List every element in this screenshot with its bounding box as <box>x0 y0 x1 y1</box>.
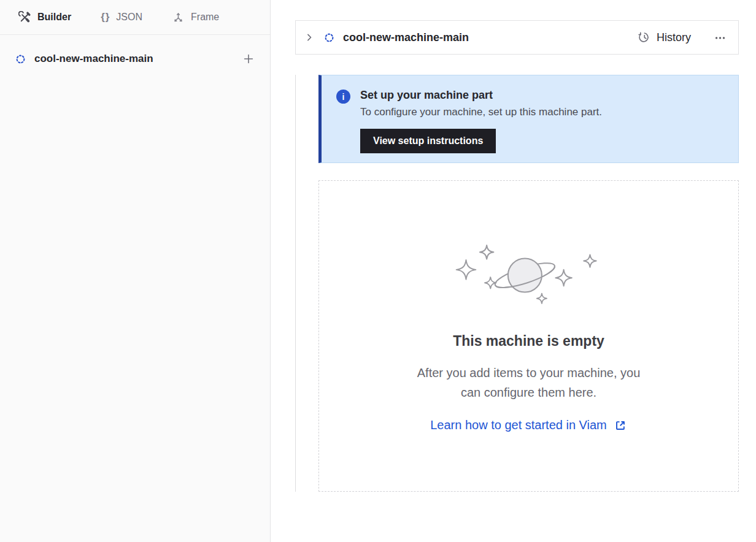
tab-frame[interactable]: Frame <box>172 11 219 24</box>
view-setup-instructions-button[interactable]: View setup instructions <box>360 129 496 153</box>
planet-sparkles-illustration <box>453 242 604 305</box>
tab-label: JSON <box>116 12 142 23</box>
banner-title: Set up your machine part <box>360 89 602 102</box>
learn-link[interactable]: Learn how to get started in Viam <box>430 418 627 432</box>
part-header-card: cool-new-machine-main History <box>295 20 739 55</box>
tab-builder[interactable]: Builder <box>18 11 71 24</box>
empty-state-description: After you add items to your machine, you… <box>407 363 650 402</box>
empty-state-title: This machine is empty <box>453 333 604 349</box>
banner-content: Set up your machine part To configure yo… <box>360 89 602 153</box>
tab-json[interactable]: {} JSON <box>101 11 142 23</box>
machine-part-row[interactable]: cool-new-machine-main <box>0 52 270 66</box>
add-item-button[interactable] <box>242 52 255 66</box>
plus-icon <box>242 52 255 66</box>
tab-label: Builder <box>37 12 71 23</box>
dashed-circle-icon <box>15 53 26 65</box>
dashed-circle-icon <box>323 32 335 44</box>
ellipsis-icon <box>714 31 727 44</box>
part-menu-button[interactable] <box>714 31 727 44</box>
expand-part-button[interactable] <box>303 31 315 44</box>
setup-banner: i Set up your machine part To configure … <box>318 75 739 163</box>
history-clock-icon <box>638 31 651 44</box>
part-body: i Set up your machine part To configure … <box>295 75 739 492</box>
banner-description: To configure your machine, set up this m… <box>360 106 602 118</box>
machine-part-name: cool-new-machine-main <box>34 53 234 65</box>
view-tabbar: Builder {} JSON Frame <box>0 0 270 35</box>
part-title: cool-new-machine-main <box>343 31 630 44</box>
config-sidebar: Builder {} JSON Frame cool-new-machine-m… <box>0 0 271 542</box>
external-link-icon <box>614 419 627 432</box>
chevron-right-icon <box>303 31 315 44</box>
history-button[interactable]: History <box>638 31 691 44</box>
main-content: cool-new-machine-main History i <box>271 0 756 542</box>
info-icon: i <box>336 90 350 104</box>
tab-label: Frame <box>191 12 219 23</box>
empty-state: This machine is empty After you add item… <box>318 180 739 492</box>
history-label: History <box>657 31 691 44</box>
braces-icon: {} <box>101 11 110 23</box>
learn-link-label: Learn how to get started in Viam <box>430 418 607 432</box>
builder-tools-icon <box>18 11 31 24</box>
frame-axes-icon <box>172 11 185 24</box>
